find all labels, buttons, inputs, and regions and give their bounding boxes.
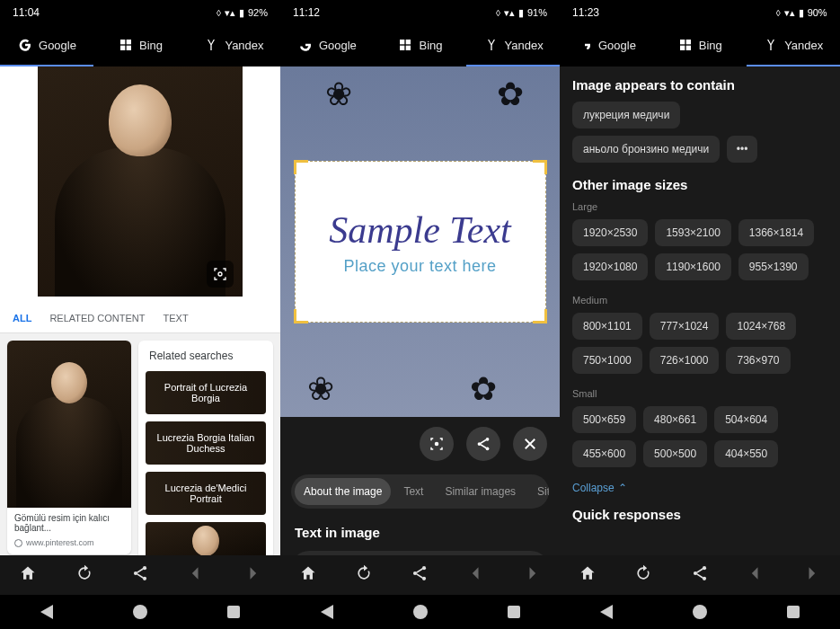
nav-home[interactable] bbox=[133, 605, 147, 619]
size-chip[interactable]: 455×600 bbox=[572, 440, 636, 467]
size-chip[interactable]: 1190×1600 bbox=[655, 253, 730, 280]
size-chip[interactable]: 955×1390 bbox=[738, 253, 809, 280]
tab-text[interactable]: Text bbox=[394, 478, 432, 505]
lens-button[interactable] bbox=[420, 427, 454, 461]
tab-yandex[interactable]: Yandex bbox=[466, 25, 560, 66]
size-chip[interactable]: 1920×1080 bbox=[572, 253, 648, 280]
size-chip[interactable]: 736×970 bbox=[726, 347, 790, 374]
size-chip[interactable]: 480×661 bbox=[643, 406, 707, 433]
home-button[interactable] bbox=[579, 564, 597, 586]
size-chip[interactable]: 750×1000 bbox=[572, 347, 642, 374]
android-nav-bar bbox=[0, 595, 280, 629]
tab-similar[interactable]: Similar images bbox=[436, 478, 525, 505]
tab-sites[interactable]: Sites bbox=[528, 478, 549, 505]
size-chip[interactable]: 500×500 bbox=[643, 440, 707, 467]
share-button[interactable] bbox=[131, 564, 149, 586]
share-button[interactable] bbox=[411, 564, 429, 586]
size-chip[interactable]: 1593×2100 bbox=[655, 219, 730, 246]
contains-chip[interactable]: аньоло бронзино медичи bbox=[572, 136, 720, 163]
search-engine-tabs: Google Bing Yandex bbox=[0, 25, 280, 66]
browser-toolbar bbox=[560, 555, 840, 595]
status-bar: 11:12 ◊▾▴▮ 91% bbox=[280, 0, 560, 25]
nav-back[interactable] bbox=[321, 605, 333, 619]
close-button[interactable] bbox=[513, 427, 547, 461]
back-button[interactable] bbox=[467, 564, 485, 586]
svg-rect-21 bbox=[680, 46, 685, 50]
tab-bing[interactable]: Bing bbox=[374, 25, 467, 66]
result-card[interactable]: Gömülü resim için kalıcı bağlant... www.… bbox=[7, 341, 131, 554]
svg-rect-10 bbox=[400, 46, 404, 50]
reload-button[interactable] bbox=[355, 564, 373, 586]
text-in-image-header: Text in image bbox=[280, 512, 560, 545]
gtab-text[interactable]: TEXT bbox=[164, 313, 189, 323]
result-source: www.pinterest.com bbox=[7, 538, 131, 554]
yandex-icon bbox=[483, 37, 500, 53]
android-nav-bar bbox=[560, 595, 840, 629]
forward-button[interactable] bbox=[523, 564, 541, 586]
nav-home[interactable] bbox=[413, 605, 428, 619]
quick-responses-header: Quick responses bbox=[572, 507, 827, 522]
size-chip[interactable]: 1024×768 bbox=[726, 313, 796, 340]
size-chip[interactable]: 1366×1814 bbox=[738, 219, 814, 246]
share-button[interactable] bbox=[466, 427, 500, 461]
nav-back[interactable] bbox=[40, 605, 53, 619]
sizes-header: Other image sizes bbox=[572, 177, 827, 192]
gtab-all[interactable]: ALL bbox=[13, 313, 31, 323]
forward-button[interactable] bbox=[802, 564, 820, 586]
size-chip[interactable]: 1920×2530 bbox=[572, 219, 648, 246]
tab-google[interactable]: Google bbox=[560, 25, 653, 66]
svg-rect-2 bbox=[120, 46, 125, 50]
related-search-item[interactable]: Portrait of Lucrezia Borgia bbox=[146, 371, 266, 414]
tab-yandex[interactable]: Yandex bbox=[187, 25, 280, 66]
collapse-button[interactable]: Collapse⌃ bbox=[572, 482, 827, 494]
size-chip[interactable]: 500×659 bbox=[572, 406, 636, 433]
nav-recent[interactable] bbox=[227, 606, 240, 618]
related-search-item[interactable]: Lucrezia Borgia Italian Duchess bbox=[146, 421, 266, 465]
forward-button[interactable] bbox=[243, 564, 261, 586]
nav-back[interactable] bbox=[600, 605, 613, 619]
svg-rect-1 bbox=[127, 40, 131, 44]
recognize-text-button[interactable]: Recognize text bbox=[291, 551, 549, 555]
svg-rect-8 bbox=[400, 40, 404, 44]
globe-icon bbox=[14, 539, 22, 547]
bing-icon bbox=[397, 37, 413, 53]
browser-toolbar bbox=[0, 555, 280, 595]
browser-toolbar bbox=[280, 555, 560, 595]
tab-about[interactable]: About the image bbox=[295, 478, 391, 505]
related-search-item[interactable] bbox=[146, 522, 266, 555]
home-button[interactable] bbox=[299, 564, 317, 586]
size-chip[interactable]: 800×1101 bbox=[572, 313, 642, 340]
tab-google[interactable]: Google bbox=[280, 25, 374, 66]
tab-google[interactable]: Google bbox=[0, 25, 93, 66]
status-icons: ◊▾▴▮ 90% bbox=[776, 7, 827, 19]
more-chip[interactable]: ••• bbox=[727, 136, 757, 163]
clock: 11:12 bbox=[293, 6, 320, 19]
tab-bing[interactable]: Bing bbox=[93, 25, 187, 66]
back-button[interactable] bbox=[747, 564, 765, 586]
home-button[interactable] bbox=[19, 564, 37, 586]
nav-home[interactable] bbox=[693, 605, 707, 619]
status-icons: ◊▾▴▮ 92% bbox=[217, 7, 268, 19]
tab-bing[interactable]: Bing bbox=[653, 25, 747, 66]
lens-crop-button[interactable] bbox=[207, 261, 234, 288]
nav-recent[interactable] bbox=[787, 606, 800, 618]
search-image-main[interactable] bbox=[38, 66, 243, 297]
searched-image-preview[interactable]: ❀✿ ❀✿ Sample Text Place your text here bbox=[280, 66, 560, 417]
gtab-related[interactable]: RELATED CONTENT bbox=[49, 313, 145, 323]
svg-rect-19 bbox=[680, 40, 685, 44]
sample-text-title: Sample Text bbox=[329, 208, 511, 252]
size-chip[interactable]: 504×604 bbox=[714, 406, 778, 433]
size-chip[interactable]: 726×1000 bbox=[650, 347, 720, 374]
size-chip[interactable]: 404×550 bbox=[714, 440, 778, 467]
reload-button[interactable] bbox=[75, 564, 93, 586]
svg-rect-0 bbox=[120, 40, 125, 44]
related-search-item[interactable]: Lucrezia de'Medici Portrait bbox=[146, 472, 266, 515]
tab-yandex[interactable]: Yandex bbox=[747, 25, 840, 66]
reload-button[interactable] bbox=[634, 564, 652, 586]
contains-header: Image appears to contain bbox=[572, 77, 827, 93]
nav-recent[interactable] bbox=[508, 606, 520, 618]
share-button[interactable] bbox=[691, 564, 709, 586]
size-chip[interactable]: 777×1024 bbox=[650, 313, 720, 340]
contains-chip[interactable]: лукреция медичи bbox=[572, 102, 680, 128]
back-button[interactable] bbox=[187, 564, 205, 586]
